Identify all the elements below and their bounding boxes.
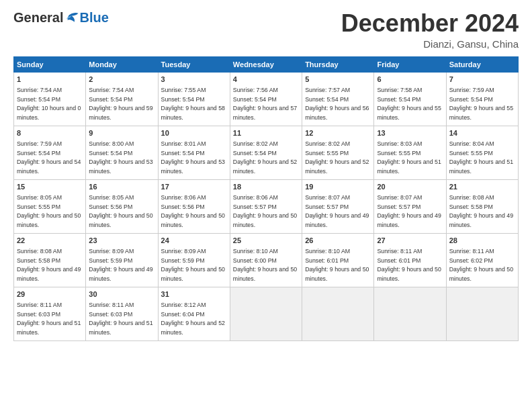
day-number: 4: [233, 75, 299, 85]
calendar-cell: 20Sunrise: 8:07 AMSunset: 5:57 PMDayligh…: [374, 179, 446, 233]
page: General Blue December 2024 Dianzi, Gansu…: [0, 0, 532, 411]
calendar-header-row: Sunday Monday Tuesday Wednesday Thursday…: [14, 56, 519, 72]
day-detail: Sunrise: 8:00 AMSunset: 5:54 PMDaylight:…: [89, 140, 152, 175]
calendar-cell: 22Sunrise: 8:08 AMSunset: 5:58 PMDayligh…: [14, 233, 86, 287]
calendar-cell: 14Sunrise: 8:04 AMSunset: 5:55 PMDayligh…: [446, 126, 518, 179]
logo-general-text: General: [13, 10, 63, 26]
day-number: 6: [377, 75, 443, 85]
day-number: 16: [89, 182, 154, 192]
header: General Blue December 2024 Dianzi, Gansu…: [13, 10, 519, 50]
calendar-cell: 30Sunrise: 8:11 AMSunset: 6:03 PMDayligh…: [86, 287, 158, 340]
day-number: 1: [17, 75, 83, 85]
day-detail: Sunrise: 8:09 AMSunset: 5:59 PMDaylight:…: [161, 248, 225, 282]
day-detail: Sunrise: 7:57 AMSunset: 5:54 PMDaylight:…: [305, 87, 369, 121]
day-number: 5: [305, 75, 371, 85]
title-block: December 2024 Dianzi, Gansu, China: [341, 10, 519, 50]
calendar-cell: 9Sunrise: 8:00 AMSunset: 5:54 PMDaylight…: [86, 126, 158, 179]
col-wednesday: Wednesday: [230, 56, 302, 72]
day-number: 8: [17, 128, 83, 138]
day-number: 10: [161, 128, 227, 138]
calendar-cell: [446, 287, 518, 340]
calendar-cell: 13Sunrise: 8:03 AMSunset: 5:55 PMDayligh…: [374, 126, 446, 179]
day-number: 11: [233, 128, 299, 138]
calendar-cell: 16Sunrise: 8:05 AMSunset: 5:56 PMDayligh…: [86, 179, 158, 233]
day-detail: Sunrise: 8:01 AMSunset: 5:54 PMDaylight:…: [161, 140, 225, 175]
calendar-cell: 28Sunrise: 8:11 AMSunset: 6:02 PMDayligh…: [446, 233, 518, 287]
day-detail: Sunrise: 8:08 AMSunset: 5:58 PMDaylight:…: [449, 194, 513, 228]
day-number: 23: [89, 236, 154, 246]
col-sunday: Sunday: [14, 56, 86, 72]
calendar-cell: [374, 287, 446, 340]
col-saturday: Saturday: [446, 56, 518, 72]
calendar-cell: 7Sunrise: 7:59 AMSunset: 5:54 PMDaylight…: [446, 72, 518, 126]
calendar-cell: 23Sunrise: 8:09 AMSunset: 5:59 PMDayligh…: [86, 233, 158, 287]
day-detail: Sunrise: 8:11 AMSunset: 6:03 PMDaylight:…: [89, 302, 152, 336]
day-number: 13: [377, 128, 443, 138]
calendar-cell: 17Sunrise: 8:06 AMSunset: 5:56 PMDayligh…: [158, 179, 230, 233]
logo: General Blue: [13, 10, 109, 26]
day-detail: Sunrise: 7:56 AMSunset: 5:54 PMDaylight:…: [233, 87, 297, 121]
day-number: 30: [89, 289, 154, 300]
day-detail: Sunrise: 8:04 AMSunset: 5:55 PMDaylight:…: [449, 140, 513, 175]
day-detail: Sunrise: 8:10 AMSunset: 6:01 PMDaylight:…: [305, 248, 369, 282]
day-detail: Sunrise: 8:11 AMSunset: 6:02 PMDaylight:…: [449, 248, 513, 282]
day-number: 24: [161, 236, 227, 246]
logo-blue-text: Blue: [79, 10, 108, 26]
day-number: 2: [89, 75, 154, 85]
day-detail: Sunrise: 8:11 AMSunset: 6:03 PMDaylight:…: [17, 302, 81, 336]
day-detail: Sunrise: 8:07 AMSunset: 5:57 PMDaylight:…: [377, 194, 441, 228]
calendar-cell: 1Sunrise: 7:54 AMSunset: 5:54 PMDaylight…: [14, 72, 86, 126]
calendar-week-1: 1Sunrise: 7:54 AMSunset: 5:54 PMDaylight…: [14, 72, 519, 126]
day-detail: Sunrise: 8:07 AMSunset: 5:57 PMDaylight:…: [305, 194, 369, 228]
logo-bird-icon: [64, 12, 79, 24]
calendar-cell: 26Sunrise: 8:10 AMSunset: 6:01 PMDayligh…: [302, 233, 374, 287]
calendar-cell: 24Sunrise: 8:09 AMSunset: 5:59 PMDayligh…: [158, 233, 230, 287]
calendar-cell: 2Sunrise: 7:54 AMSunset: 5:54 PMDaylight…: [86, 72, 158, 126]
day-number: 17: [161, 182, 227, 192]
calendar-week-2: 8Sunrise: 7:59 AMSunset: 5:54 PMDaylight…: [14, 126, 519, 179]
col-tuesday: Tuesday: [158, 56, 230, 72]
day-detail: Sunrise: 8:03 AMSunset: 5:55 PMDaylight:…: [377, 140, 441, 175]
calendar-cell: 27Sunrise: 8:11 AMSunset: 6:01 PMDayligh…: [374, 233, 446, 287]
calendar-cell: [230, 287, 302, 340]
day-number: 26: [305, 236, 371, 246]
calendar-cell: 8Sunrise: 7:59 AMSunset: 5:54 PMDaylight…: [14, 126, 86, 179]
calendar-cell: 11Sunrise: 8:02 AMSunset: 5:54 PMDayligh…: [230, 126, 302, 179]
calendar-cell: [302, 287, 374, 340]
day-detail: Sunrise: 7:54 AMSunset: 5:54 PMDaylight:…: [89, 87, 152, 121]
page-subtitle: Dianzi, Gansu, China: [341, 38, 519, 50]
day-number: 7: [449, 75, 515, 85]
day-number: 22: [17, 236, 83, 246]
day-number: 31: [161, 289, 227, 300]
day-detail: Sunrise: 8:05 AMSunset: 5:56 PMDaylight:…: [89, 194, 152, 228]
day-detail: Sunrise: 8:06 AMSunset: 5:56 PMDaylight:…: [161, 194, 225, 228]
day-number: 3: [161, 75, 227, 85]
calendar-cell: 25Sunrise: 8:10 AMSunset: 6:00 PMDayligh…: [230, 233, 302, 287]
calendar-cell: 21Sunrise: 8:08 AMSunset: 5:58 PMDayligh…: [446, 179, 518, 233]
calendar-week-3: 15Sunrise: 8:05 AMSunset: 5:55 PMDayligh…: [14, 179, 519, 233]
day-number: 12: [305, 128, 371, 138]
calendar-week-5: 29Sunrise: 8:11 AMSunset: 6:03 PMDayligh…: [14, 287, 519, 340]
day-detail: Sunrise: 7:55 AMSunset: 5:54 PMDaylight:…: [161, 87, 225, 121]
page-title: December 2024: [341, 10, 519, 37]
day-detail: Sunrise: 8:10 AMSunset: 6:00 PMDaylight:…: [233, 248, 297, 282]
day-detail: Sunrise: 7:54 AMSunset: 5:54 PMDaylight:…: [17, 87, 81, 121]
day-number: 25: [233, 236, 299, 246]
day-detail: Sunrise: 8:11 AMSunset: 6:01 PMDaylight:…: [377, 248, 441, 282]
calendar-cell: 12Sunrise: 8:02 AMSunset: 5:55 PMDayligh…: [302, 126, 374, 179]
day-detail: Sunrise: 8:02 AMSunset: 5:55 PMDaylight:…: [305, 140, 369, 175]
day-detail: Sunrise: 8:02 AMSunset: 5:54 PMDaylight:…: [233, 140, 297, 175]
calendar-cell: 4Sunrise: 7:56 AMSunset: 5:54 PMDaylight…: [230, 72, 302, 126]
day-number: 9: [89, 128, 154, 138]
day-number: 21: [449, 182, 515, 192]
calendar-cell: 5Sunrise: 7:57 AMSunset: 5:54 PMDaylight…: [302, 72, 374, 126]
calendar-cell: 31Sunrise: 8:12 AMSunset: 6:04 PMDayligh…: [158, 287, 230, 340]
col-monday: Monday: [86, 56, 158, 72]
day-detail: Sunrise: 8:05 AMSunset: 5:55 PMDaylight:…: [17, 194, 81, 228]
calendar-cell: 15Sunrise: 8:05 AMSunset: 5:55 PMDayligh…: [14, 179, 86, 233]
day-number: 28: [449, 236, 515, 246]
day-detail: Sunrise: 7:59 AMSunset: 5:54 PMDaylight:…: [449, 87, 513, 121]
col-friday: Friday: [374, 56, 446, 72]
day-detail: Sunrise: 8:12 AMSunset: 6:04 PMDaylight:…: [161, 302, 225, 336]
col-thursday: Thursday: [302, 56, 374, 72]
